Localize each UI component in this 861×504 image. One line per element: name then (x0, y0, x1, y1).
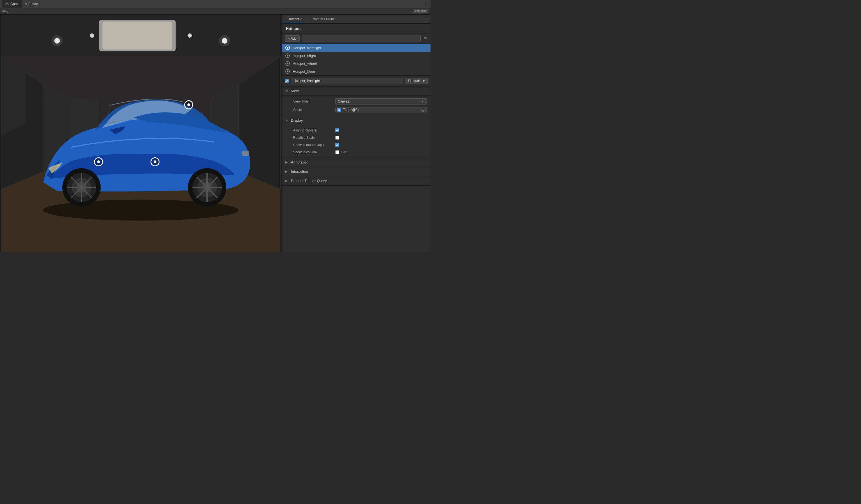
sprite-icon: ◉ (337, 108, 341, 112)
view-section: ▼ View View Type Canvas ▼ Sprite (282, 86, 430, 116)
show-volume-label: Show in volume (293, 150, 332, 154)
product-trigger-query-section: ▶ Product Trigger Query (282, 176, 430, 186)
tab-hotspot-label: Hotspot (288, 17, 299, 21)
product-trigger-query-section-title: Product Trigger Query (291, 179, 327, 183)
hotspot-item-door[interactable]: Hotspot_Door (282, 67, 430, 75)
hotspot-name-wheel: Hotspot_wheel (292, 62, 317, 66)
right-panel-more-button[interactable]: ⋮ (424, 17, 428, 21)
hotspot-toolbar: + Add ≡ (282, 33, 430, 44)
sprite-value: ◉ Target@3x ◎ (335, 107, 426, 113)
type-dropdown-label: Product (408, 79, 420, 83)
search-input[interactable] (302, 35, 421, 42)
hotspot-name-frontlight: Hotspot_frontlight (292, 46, 321, 50)
scene-canvas (0, 15, 282, 252)
show-mouse-input-label: Show in mouse-input (293, 143, 332, 147)
hotspot-name-blight: Hotspot_blight (292, 54, 316, 58)
hotspot-name-input[interactable] (291, 78, 403, 84)
annotation-section-header[interactable]: ▶ Annotation (282, 158, 430, 167)
sprite-row: Sprite ◉ Target@3x ◎ (282, 106, 430, 114)
tab-game-label: Game (10, 2, 20, 6)
interaction-section-header[interactable]: ▶ Interaction (282, 167, 430, 176)
panel-title: Hotspot (282, 24, 430, 33)
hotspot-name-door: Hotspot_Door (292, 69, 315, 73)
sprite-target-button[interactable]: ◎ (421, 108, 425, 112)
view-type-dropdown[interactable]: Canvas ▼ (335, 98, 426, 105)
hotspot-dot-door (285, 69, 290, 73)
view-type-row: View Type Canvas ▼ (282, 97, 430, 106)
hotspot-marker-1[interactable] (184, 100, 193, 109)
hotspot-item-wheel[interactable]: Hotspot_wheel (282, 59, 430, 67)
tab-scene[interactable]: # Scene (23, 0, 41, 8)
align-camera-value (335, 128, 426, 132)
view-section-header[interactable]: ▼ View (282, 86, 430, 96)
scene-icon: # (25, 2, 27, 5)
annotation-arrow: ▶ (285, 160, 289, 164)
right-panel: Hotspot ↗ › Product Outline ⋮ Hotspot + … (282, 15, 430, 252)
cursor-indicator: ↗ (300, 17, 302, 21)
edit-link[interactable]: Edit (341, 150, 347, 154)
enabled-checkbox[interactable] (285, 79, 289, 83)
view-type-selected: Canvas (338, 99, 349, 104)
show-volume-row: Show in volume Edit (282, 149, 430, 156)
relative-scale-checkbox[interactable] (335, 136, 339, 140)
sprite-label: Sprite (293, 108, 332, 112)
sub-bar: Play anti-alias (0, 8, 430, 15)
relative-scale-value (335, 136, 426, 140)
show-volume-checkbox[interactable] (335, 150, 339, 154)
view-type-value: Canvas ▼ (335, 98, 426, 105)
svg-point-13 (51, 35, 63, 46)
tab-product-outline[interactable]: Product Outline (308, 15, 338, 23)
view-arrow: ▼ (285, 89, 289, 93)
tab-hotspot[interactable]: Hotspot ↗ (284, 15, 305, 23)
align-camera-row: Align to camera (282, 127, 430, 134)
svg-point-14 (90, 33, 94, 38)
display-section-title: Display (291, 118, 303, 122)
main-content: Hotspot ↗ › Product Outline ⋮ Hotspot + … (0, 15, 430, 252)
hotspot-dot-blight (285, 53, 290, 58)
view-type-arrow: ▼ (421, 100, 424, 103)
svg-rect-5 (102, 22, 173, 50)
tab-game[interactable]: 🎮 Game (2, 0, 23, 8)
view-type-label: View Type (293, 99, 332, 104)
svg-point-15 (188, 33, 192, 38)
interaction-arrow: ▶ (285, 170, 289, 173)
filter-button[interactable]: ≡ (423, 36, 428, 42)
align-camera-label: Align to camera (293, 128, 332, 132)
tab-product-outline-label: Product Outline (312, 17, 335, 21)
svg-marker-7 (1, 56, 26, 137)
product-trigger-query-section-header[interactable]: ▶ Product Trigger Query (282, 176, 430, 186)
interaction-section: ▶ Interaction (282, 167, 430, 176)
align-camera-checkbox[interactable] (335, 128, 339, 132)
tab-scene-label: Scene (28, 2, 38, 6)
sprite-field[interactable]: ◉ Target@3x ◎ (335, 107, 426, 113)
svg-point-17 (219, 35, 230, 46)
hotspot-marker-2[interactable] (94, 157, 103, 166)
view-properties: View Type Canvas ▼ Sprite ◉ Target@ (282, 96, 430, 116)
tab-divider: › (306, 17, 308, 22)
interaction-section-title: Interaction (291, 169, 308, 174)
hotspot-item-blight[interactable]: Hotspot_blight (282, 52, 430, 59)
hotspot-list: Hotspot_frontlight Hotspot_blight Hotspo… (282, 44, 430, 76)
relative-scale-row: Relative Scale (282, 134, 430, 141)
show-volume-value: Edit (335, 150, 426, 154)
annotation-section: ▶ Annotation (282, 158, 430, 167)
hotspot-dot-frontlight (285, 45, 290, 50)
right-panel-tabs: Hotspot ↗ › Product Outline ⋮ (282, 15, 430, 24)
display-section: ▼ Display Align to camera Relative Scale (282, 116, 430, 158)
display-section-header[interactable]: ▼ Display (282, 116, 430, 125)
scene-view (0, 15, 282, 252)
play-label: Play (2, 10, 8, 13)
annotation-section-title: Annotation (291, 160, 308, 164)
hotspot-item-frontlight[interactable]: Hotspot_frontlight (282, 44, 430, 52)
add-button[interactable]: + Add (285, 36, 300, 42)
hotspot-marker-3[interactable] (151, 157, 160, 166)
hotspot-dot-wheel (285, 61, 290, 66)
product-trigger-query-arrow: ▶ (285, 179, 289, 182)
top-tab-bar: 🎮 Game # Scene ⋮ (0, 0, 430, 8)
sprite-name: Target@3x (343, 108, 420, 112)
top-bar-more-button[interactable]: ⋮ (422, 2, 428, 6)
type-dropdown[interactable]: Product ▼ (406, 78, 428, 84)
show-mouse-input-checkbox[interactable] (335, 143, 339, 147)
display-arrow: ▼ (285, 119, 289, 122)
show-mouse-input-row: Show in mouse-input (282, 141, 430, 149)
